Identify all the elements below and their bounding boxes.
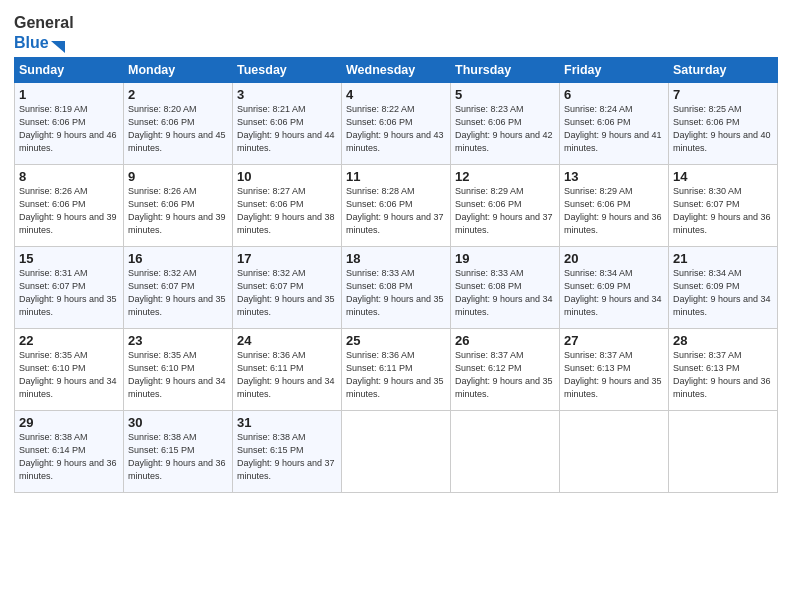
day-number: 21 [673,251,773,266]
calendar-cell: 21Sunrise: 8:34 AM Sunset: 6:09 PM Dayli… [669,246,778,328]
calendar-cell [560,410,669,492]
calendar-cell: 4Sunrise: 8:22 AM Sunset: 6:06 PM Daylig… [342,82,451,164]
cell-info: Sunrise: 8:26 AM Sunset: 6:06 PM Dayligh… [128,185,228,237]
cell-info: Sunrise: 8:38 AM Sunset: 6:14 PM Dayligh… [19,431,119,483]
cell-info: Sunrise: 8:34 AM Sunset: 6:09 PM Dayligh… [564,267,664,319]
week-row-5: 29Sunrise: 8:38 AM Sunset: 6:14 PM Dayli… [15,410,778,492]
calendar-cell: 5Sunrise: 8:23 AM Sunset: 6:06 PM Daylig… [451,82,560,164]
day-number: 28 [673,333,773,348]
calendar-cell: 18Sunrise: 8:33 AM Sunset: 6:08 PM Dayli… [342,246,451,328]
calendar-cell: 14Sunrise: 8:30 AM Sunset: 6:07 PM Dayli… [669,164,778,246]
day-number: 2 [128,87,228,102]
calendar-cell: 27Sunrise: 8:37 AM Sunset: 6:13 PM Dayli… [560,328,669,410]
day-number: 30 [128,415,228,430]
calendar-cell: 7Sunrise: 8:25 AM Sunset: 6:06 PM Daylig… [669,82,778,164]
day-number: 18 [346,251,446,266]
calendar-cell: 10Sunrise: 8:27 AM Sunset: 6:06 PM Dayli… [233,164,342,246]
day-number: 16 [128,251,228,266]
calendar-cell: 11Sunrise: 8:28 AM Sunset: 6:06 PM Dayli… [342,164,451,246]
day-number: 9 [128,169,228,184]
cell-info: Sunrise: 8:32 AM Sunset: 6:07 PM Dayligh… [237,267,337,319]
calendar-cell: 9Sunrise: 8:26 AM Sunset: 6:06 PM Daylig… [124,164,233,246]
cell-info: Sunrise: 8:30 AM Sunset: 6:07 PM Dayligh… [673,185,773,237]
calendar-cell: 29Sunrise: 8:38 AM Sunset: 6:14 PM Dayli… [15,410,124,492]
day-number: 22 [19,333,119,348]
day-number: 23 [128,333,228,348]
week-row-2: 8Sunrise: 8:26 AM Sunset: 6:06 PM Daylig… [15,164,778,246]
day-number: 8 [19,169,119,184]
day-number: 20 [564,251,664,266]
day-number: 17 [237,251,337,266]
day-number: 4 [346,87,446,102]
cell-info: Sunrise: 8:29 AM Sunset: 6:06 PM Dayligh… [564,185,664,237]
weekday-header-tuesday: Tuesday [233,57,342,82]
weekday-header-thursday: Thursday [451,57,560,82]
calendar-cell: 13Sunrise: 8:29 AM Sunset: 6:06 PM Dayli… [560,164,669,246]
day-number: 11 [346,169,446,184]
cell-info: Sunrise: 8:29 AM Sunset: 6:06 PM Dayligh… [455,185,555,237]
cell-info: Sunrise: 8:37 AM Sunset: 6:13 PM Dayligh… [673,349,773,401]
calendar-table: SundayMondayTuesdayWednesdayThursdayFrid… [14,57,778,493]
weekday-header-monday: Monday [124,57,233,82]
day-number: 19 [455,251,555,266]
week-row-1: 1Sunrise: 8:19 AM Sunset: 6:06 PM Daylig… [15,82,778,164]
calendar-cell: 12Sunrise: 8:29 AM Sunset: 6:06 PM Dayli… [451,164,560,246]
weekday-header-friday: Friday [560,57,669,82]
calendar-cell: 17Sunrise: 8:32 AM Sunset: 6:07 PM Dayli… [233,246,342,328]
weekday-header-sunday: Sunday [15,57,124,82]
calendar-cell: 19Sunrise: 8:33 AM Sunset: 6:08 PM Dayli… [451,246,560,328]
calendar-cell: 23Sunrise: 8:35 AM Sunset: 6:10 PM Dayli… [124,328,233,410]
calendar-cell: 22Sunrise: 8:35 AM Sunset: 6:10 PM Dayli… [15,328,124,410]
day-number: 25 [346,333,446,348]
day-number: 3 [237,87,337,102]
cell-info: Sunrise: 8:31 AM Sunset: 6:07 PM Dayligh… [19,267,119,319]
calendar-cell: 24Sunrise: 8:36 AM Sunset: 6:11 PM Dayli… [233,328,342,410]
calendar-cell [451,410,560,492]
calendar-cell: 28Sunrise: 8:37 AM Sunset: 6:13 PM Dayli… [669,328,778,410]
calendar-cell: 8Sunrise: 8:26 AM Sunset: 6:06 PM Daylig… [15,164,124,246]
calendar-cell: 26Sunrise: 8:37 AM Sunset: 6:12 PM Dayli… [451,328,560,410]
week-row-4: 22Sunrise: 8:35 AM Sunset: 6:10 PM Dayli… [15,328,778,410]
calendar-cell: 6Sunrise: 8:24 AM Sunset: 6:06 PM Daylig… [560,82,669,164]
calendar-cell: 30Sunrise: 8:38 AM Sunset: 6:15 PM Dayli… [124,410,233,492]
day-number: 27 [564,333,664,348]
cell-info: Sunrise: 8:25 AM Sunset: 6:06 PM Dayligh… [673,103,773,155]
cell-info: Sunrise: 8:23 AM Sunset: 6:06 PM Dayligh… [455,103,555,155]
day-number: 7 [673,87,773,102]
cell-info: Sunrise: 8:19 AM Sunset: 6:06 PM Dayligh… [19,103,119,155]
cell-info: Sunrise: 8:27 AM Sunset: 6:06 PM Dayligh… [237,185,337,237]
day-number: 13 [564,169,664,184]
cell-info: Sunrise: 8:21 AM Sunset: 6:06 PM Dayligh… [237,103,337,155]
day-number: 14 [673,169,773,184]
day-number: 24 [237,333,337,348]
cell-info: Sunrise: 8:38 AM Sunset: 6:15 PM Dayligh… [237,431,337,483]
calendar-cell: 31Sunrise: 8:38 AM Sunset: 6:15 PM Dayli… [233,410,342,492]
calendar-cell: 3Sunrise: 8:21 AM Sunset: 6:06 PM Daylig… [233,82,342,164]
cell-info: Sunrise: 8:33 AM Sunset: 6:08 PM Dayligh… [455,267,555,319]
calendar-cell: 20Sunrise: 8:34 AM Sunset: 6:09 PM Dayli… [560,246,669,328]
day-number: 12 [455,169,555,184]
calendar-container: GeneralBlue SundayMondayTuesdayWednesday… [0,0,792,499]
day-number: 31 [237,415,337,430]
day-number: 6 [564,87,664,102]
day-number: 26 [455,333,555,348]
day-number: 29 [19,415,119,430]
cell-info: Sunrise: 8:37 AM Sunset: 6:12 PM Dayligh… [455,349,555,401]
calendar-cell: 15Sunrise: 8:31 AM Sunset: 6:07 PM Dayli… [15,246,124,328]
weekday-header-wednesday: Wednesday [342,57,451,82]
cell-info: Sunrise: 8:24 AM Sunset: 6:06 PM Dayligh… [564,103,664,155]
cell-info: Sunrise: 8:20 AM Sunset: 6:06 PM Dayligh… [128,103,228,155]
calendar-cell [669,410,778,492]
cell-info: Sunrise: 8:37 AM Sunset: 6:13 PM Dayligh… [564,349,664,401]
logo-general: General [14,14,74,32]
cell-info: Sunrise: 8:36 AM Sunset: 6:11 PM Dayligh… [237,349,337,401]
weekday-header-saturday: Saturday [669,57,778,82]
cell-info: Sunrise: 8:34 AM Sunset: 6:09 PM Dayligh… [673,267,773,319]
day-number: 1 [19,87,119,102]
header: GeneralBlue [14,10,778,53]
calendar-cell: 16Sunrise: 8:32 AM Sunset: 6:07 PM Dayli… [124,246,233,328]
weekday-header-row: SundayMondayTuesdayWednesdayThursdayFrid… [15,57,778,82]
cell-info: Sunrise: 8:22 AM Sunset: 6:06 PM Dayligh… [346,103,446,155]
calendar-cell: 1Sunrise: 8:19 AM Sunset: 6:06 PM Daylig… [15,82,124,164]
logo-blue: Blue [14,34,49,52]
